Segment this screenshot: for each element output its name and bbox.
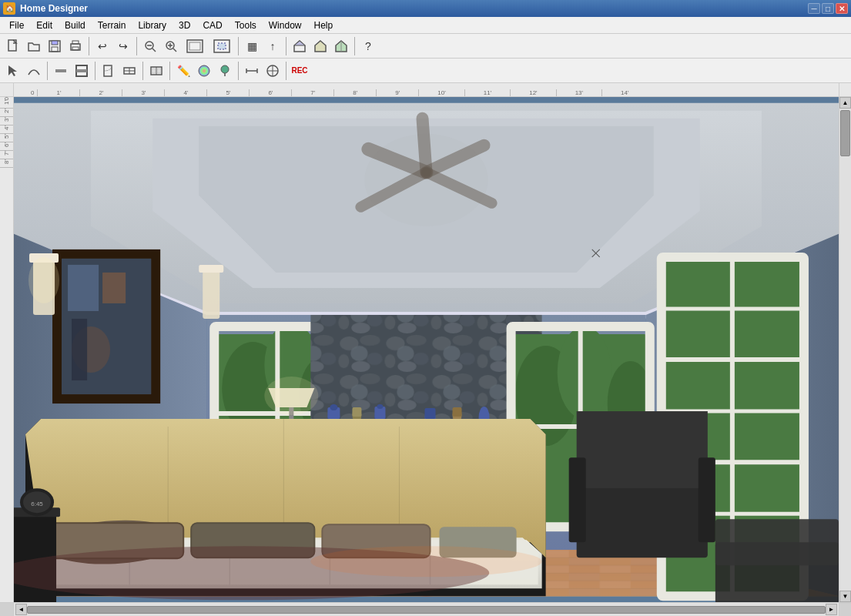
menu-library[interactable]: Library xyxy=(132,18,173,32)
svg-point-36 xyxy=(221,65,229,73)
menu-terrain[interactable]: Terrain xyxy=(92,18,132,32)
separator xyxy=(142,62,143,80)
svg-point-35 xyxy=(199,65,209,76)
svg-rect-165 xyxy=(569,457,586,542)
menu-tools[interactable]: Tools xyxy=(229,18,263,32)
svg-point-96 xyxy=(330,404,337,410)
separator xyxy=(95,62,95,80)
3d-viewport[interactable]: 6:45 xyxy=(14,97,839,602)
svg-rect-33 xyxy=(152,69,156,73)
zoom-in-button[interactable] xyxy=(161,36,181,56)
close-button[interactable]: ✕ xyxy=(836,3,848,14)
scroll-thumb[interactable] xyxy=(840,110,850,156)
svg-rect-83 xyxy=(102,273,126,303)
menu-edit[interactable]: Edit xyxy=(30,18,59,32)
zoom-fit-button[interactable] xyxy=(182,36,208,56)
svg-rect-24 xyxy=(55,69,66,72)
svg-line-172 xyxy=(422,119,426,172)
house-exterior[interactable] xyxy=(290,36,310,56)
svg-rect-164 xyxy=(577,411,708,488)
svg-point-101 xyxy=(377,404,383,409)
record-button[interactable]: REC xyxy=(290,61,310,81)
h-scroll-thumb[interactable] xyxy=(27,606,826,614)
svg-rect-3 xyxy=(52,47,58,52)
select-tool[interactable] xyxy=(3,61,23,81)
dimension-tool[interactable] xyxy=(242,61,262,81)
scrollbar-corner xyxy=(839,603,851,617)
separator xyxy=(89,37,89,55)
toolbar-tools: ✏️ REC xyxy=(0,59,851,83)
menu-3d[interactable]: 3D xyxy=(173,18,196,32)
save-button[interactable] xyxy=(45,36,65,56)
undo-button[interactable]: ↩ xyxy=(92,36,112,56)
svg-point-135 xyxy=(264,377,318,415)
separator xyxy=(286,37,286,55)
svg-rect-15 xyxy=(189,42,200,50)
plant-tool[interactable] xyxy=(215,61,235,81)
interior-wall-tool[interactable] xyxy=(72,61,92,81)
svg-text:6:45: 6:45 xyxy=(31,500,43,507)
room-render: 6:45 xyxy=(14,97,839,602)
svg-marker-23 xyxy=(8,65,17,76)
window-tool[interactable] xyxy=(119,61,139,81)
svg-rect-17 xyxy=(218,43,226,49)
new-button[interactable] xyxy=(3,36,23,56)
app-title: Home Designer xyxy=(20,3,88,14)
svg-rect-168 xyxy=(715,519,839,565)
arc-tool[interactable] xyxy=(24,61,44,81)
zoom-out-button[interactable] xyxy=(140,36,160,56)
menu-bar: File Edit Build Terrain Library 3D CAD T… xyxy=(0,17,851,34)
scroll-left-button[interactable]: ◄ xyxy=(15,604,27,615)
house-floor[interactable] xyxy=(310,36,330,56)
svg-rect-98 xyxy=(352,407,361,417)
svg-point-177 xyxy=(310,546,541,577)
svg-line-8 xyxy=(152,49,156,52)
menu-build[interactable]: Build xyxy=(59,18,92,32)
help-button[interactable]: ? xyxy=(358,36,378,56)
scrollbar-corner-top xyxy=(839,83,851,97)
paint-tool[interactable]: ✏️ xyxy=(173,61,193,81)
menu-cad[interactable]: CAD xyxy=(196,18,228,32)
minimize-button[interactable]: ─ xyxy=(808,3,820,14)
scroll-down-button[interactable]: ▼ xyxy=(839,591,851,602)
door-tool[interactable] xyxy=(99,61,119,81)
open-button[interactable] xyxy=(24,36,44,56)
maximize-button[interactable]: □ xyxy=(822,3,834,14)
transform-tool[interactable] xyxy=(263,61,283,81)
svg-rect-2 xyxy=(52,41,58,45)
horizontal-scrollbar[interactable]: ◄ ► xyxy=(14,603,839,617)
ruler-corner xyxy=(0,83,14,97)
scroll-up-button[interactable]: ▲ xyxy=(839,97,851,109)
material-tool[interactable] xyxy=(194,61,214,81)
svg-rect-26 xyxy=(76,69,87,72)
separator xyxy=(238,62,239,80)
svg-rect-34 xyxy=(157,69,161,73)
menu-window[interactable]: Window xyxy=(263,18,308,32)
cabinet-tool[interactable] xyxy=(146,61,166,81)
horizontal-ruler: 0 1' 2' 3' 4' 5' 6' 7' 8' 9' 10' 11' 12'… xyxy=(14,83,839,97)
vertical-scrollbar[interactable]: ▲ ▼ xyxy=(839,97,851,602)
svg-rect-103 xyxy=(424,408,435,419)
svg-rect-105 xyxy=(453,407,462,417)
separator xyxy=(286,62,286,80)
wall-tool[interactable] xyxy=(51,61,71,81)
menu-file[interactable]: File xyxy=(3,18,30,32)
zoom-selection-button[interactable] xyxy=(209,36,235,56)
separator xyxy=(169,62,170,80)
up-button[interactable]: ↑ xyxy=(263,36,283,56)
window-controls: ─ □ ✕ xyxy=(808,3,848,14)
svg-rect-85 xyxy=(72,319,87,380)
house-3d[interactable] xyxy=(331,36,351,56)
app-icon: 🏠 xyxy=(3,2,15,15)
svg-rect-166 xyxy=(699,457,715,542)
scrollbar-corner-bottom xyxy=(0,603,14,617)
svg-line-11 xyxy=(173,49,176,52)
scroll-right-button[interactable]: ► xyxy=(826,604,837,615)
svg-marker-20 xyxy=(315,41,326,52)
title-bar: 🏠 Home Designer ─ □ ✕ xyxy=(0,0,851,17)
print-button[interactable] xyxy=(65,36,85,56)
toolbar-main: ↩ ↪ ▦ ↑ ? xyxy=(0,34,851,59)
redo-button[interactable]: ↪ xyxy=(113,36,133,56)
fill-button[interactable]: ▦ xyxy=(242,36,262,56)
menu-help[interactable]: Help xyxy=(307,18,339,32)
